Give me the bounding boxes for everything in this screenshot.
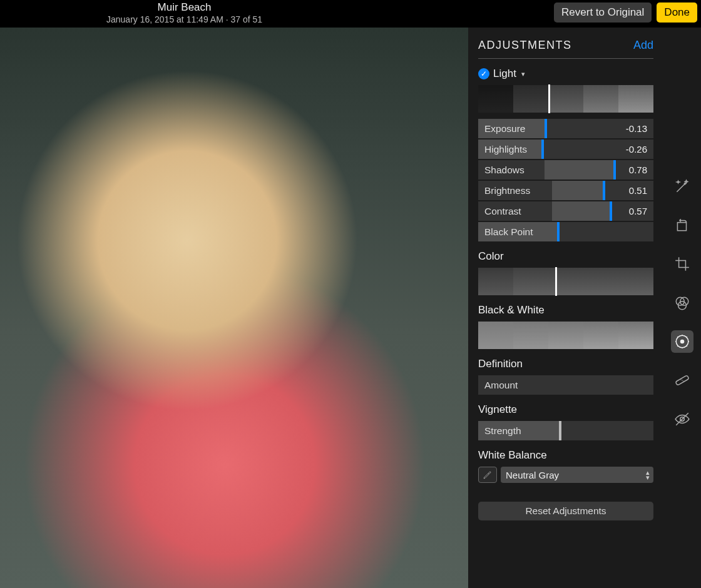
rotate-tool[interactable] <box>671 214 693 236</box>
definition-section: Definition Amount <box>478 358 653 395</box>
exposure-slider[interactable]: Exposure -0.13 <box>478 119 653 138</box>
highlights-slider[interactable]: Highlights -0.26 <box>478 139 653 159</box>
filters-icon <box>674 295 690 311</box>
svg-rect-0 <box>677 223 686 231</box>
filters-tool[interactable] <box>671 291 693 314</box>
bw-section: Black & White <box>478 304 653 349</box>
light-section: ✓ Light ▾ Exposure -0.13 <box>478 68 653 241</box>
svg-point-7 <box>680 379 681 380</box>
reset-adjustments-button[interactable]: Reset Adjustments <box>478 502 653 520</box>
stepper-icon: ▴▾ <box>646 470 650 480</box>
photo-placeholder <box>0 28 468 588</box>
bandage-icon <box>674 372 690 388</box>
retouch-tool[interactable] <box>671 369 693 392</box>
definition-label[interactable]: Definition <box>478 358 653 370</box>
light-label: Light <box>493 68 516 80</box>
eyedropper-icon <box>483 470 493 480</box>
whitebalance-value: Neutral Gray <box>506 470 559 480</box>
brightness-slider[interactable]: Brightness 0.51 <box>478 181 653 200</box>
eye-slash-icon <box>674 411 690 427</box>
chevron-down-icon: ▾ <box>521 70 525 78</box>
adjustments-panel: ADJUSTMENTS Add ✓ Light ▾ <box>468 28 663 588</box>
adjust-icon <box>674 333 690 350</box>
check-icon[interactable]: ✓ <box>478 68 489 79</box>
top-bar: Muir Beach January 16, 2015 at 11:49 AM … <box>0 0 701 28</box>
redeye-tool[interactable] <box>671 408 693 430</box>
photo-meta: January 16, 2015 at 11:49 AM · 37 of 51 <box>106 14 262 24</box>
vignette-strength-slider[interactable]: Strength <box>478 421 653 440</box>
bw-thumbstrip[interactable] <box>478 322 653 349</box>
whitebalance-select[interactable]: Neutral Gray ▴▾ <box>501 467 653 483</box>
add-adjustment-button[interactable]: Add <box>633 39 653 52</box>
panel-title: ADJUSTMENTS <box>478 39 572 52</box>
light-thumbstrip[interactable] <box>478 85 653 113</box>
color-thumbstrip[interactable] <box>478 268 653 295</box>
definition-amount-slider[interactable]: Amount <box>478 375 653 395</box>
svg-point-9 <box>682 380 682 380</box>
color-strip-marker[interactable] <box>555 267 557 296</box>
vignette-section: Vignette Strength <box>478 403 653 440</box>
contrast-slider[interactable]: Contrast 0.57 <box>478 201 653 221</box>
svg-point-8 <box>683 380 684 381</box>
vignette-label[interactable]: Vignette <box>478 403 653 416</box>
photo-canvas[interactable] <box>0 28 468 588</box>
adjust-tool[interactable] <box>671 330 693 353</box>
magic-wand-tool[interactable] <box>671 175 693 198</box>
svg-point-5 <box>680 340 685 344</box>
tool-rail <box>663 28 701 588</box>
whitebalance-section: White Balance Neutral Gray ▴▾ <box>478 449 653 483</box>
color-label[interactable]: Color <box>478 250 653 263</box>
eyedropper-button[interactable] <box>478 467 497 483</box>
photo-title: Muir Beach <box>106 1 262 14</box>
light-strip-marker[interactable] <box>548 84 550 113</box>
crop-icon <box>674 256 690 272</box>
magic-wand-icon <box>674 178 690 195</box>
done-button[interactable]: Done <box>657 3 697 23</box>
blackpoint-slider[interactable]: Black Point <box>478 222 653 241</box>
light-header[interactable]: ✓ Light ▾ <box>478 68 653 80</box>
crop-tool[interactable] <box>671 253 693 275</box>
revert-button[interactable]: Revert to Original <box>554 3 652 23</box>
bw-label[interactable]: Black & White <box>478 304 653 317</box>
color-section: Color <box>478 250 653 295</box>
rotate-icon <box>674 217 690 233</box>
whitebalance-label[interactable]: White Balance <box>478 449 653 462</box>
shadows-slider[interactable]: Shadows 0.78 <box>478 160 653 180</box>
